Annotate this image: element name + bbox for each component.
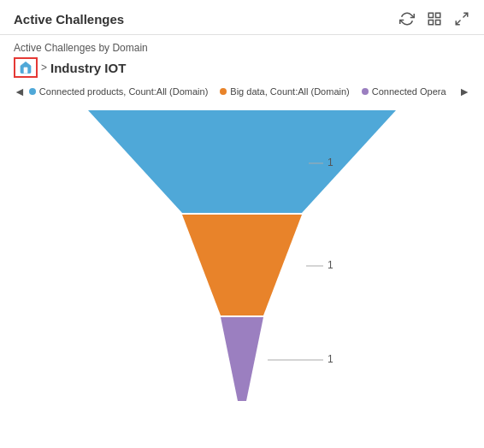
funnel-segment-2[interactable] (221, 317, 263, 401)
legend-item-2: Connected Opera (362, 86, 446, 97)
home-button[interactable] (14, 57, 38, 78)
breadcrumb-area: Active Challenges by Domain > Industry I… (0, 35, 484, 81)
grid-icon[interactable] (426, 10, 443, 27)
page-title: Active Challenges (14, 12, 124, 27)
legend-prev-arrow[interactable]: ◄ (14, 85, 26, 98)
value-label-1: 1 (328, 259, 333, 271)
svg-line-5 (456, 21, 460, 25)
legend-dot-1 (220, 88, 227, 95)
legend-dot-0 (29, 88, 36, 95)
section-label: Active Challenges by Domain (14, 42, 470, 54)
funnel-chart: 1 1 1 (80, 110, 404, 418)
refresh-icon[interactable] (398, 10, 416, 27)
breadcrumb-separator: > (41, 62, 47, 74)
expand-icon[interactable] (453, 10, 470, 27)
legend-label-1: Big data, Count:All (Domain) (230, 86, 349, 97)
funnel-segment-1[interactable] (182, 215, 302, 315)
legend-next-arrow[interactable]: ► (458, 85, 470, 98)
breadcrumb-current: Industry IOT (50, 61, 126, 75)
svg-rect-0 (428, 13, 433, 17)
svg-rect-2 (428, 21, 433, 25)
legend-area: ◄ Connected products, Count:All (Domain)… (0, 81, 484, 102)
chart-area: 1 1 1 (0, 102, 484, 418)
svg-rect-3 (436, 21, 440, 25)
legend-dot-2 (362, 88, 369, 95)
svg-rect-1 (436, 13, 440, 17)
legend-label-0: Connected products, Count:All (Domain) (39, 86, 208, 97)
legend-item-1: Big data, Count:All (Domain) (220, 86, 349, 97)
value-label-0: 1 (328, 156, 333, 168)
header: Active Challenges (0, 0, 484, 35)
value-label-2: 1 (328, 353, 333, 365)
svg-line-4 (463, 13, 468, 17)
legend-label-2: Connected Opera (372, 86, 446, 97)
header-icons (398, 10, 470, 27)
legend-item-0: Connected products, Count:All (Domain) (29, 86, 208, 97)
funnel-segment-0[interactable] (88, 110, 396, 213)
breadcrumb-nav: > Industry IOT (14, 57, 470, 78)
